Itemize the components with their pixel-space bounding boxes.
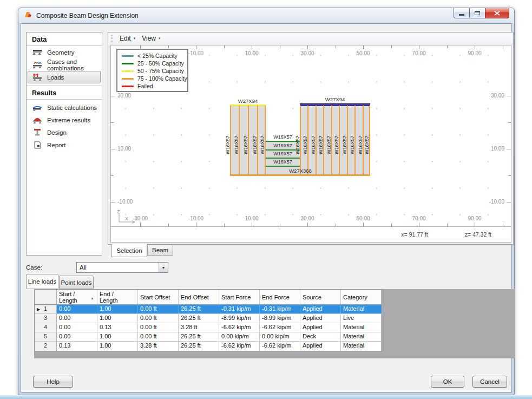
column-header-end-offset[interactable]: End Offset [179,290,219,304]
column-header-source[interactable]: Source [300,290,341,304]
table-cell[interactable]: Applied [300,342,341,351]
table-cell[interactable]: 0.00 [57,314,97,323]
sidebar-item-static-calculations[interactable]: Static calculations [28,101,101,114]
column-header-category[interactable]: Category [341,290,382,304]
table-cell[interactable]: 26.25 ft [179,342,219,351]
table-cell[interactable]: -8.99 kip/m [260,314,300,323]
axis-tick [507,202,511,202]
maximize-button[interactable] [469,8,485,18]
case-dropdown-value: All [77,264,159,271]
axis-tick [280,45,280,48]
beam-w16x57[interactable] [266,166,300,167]
table-cell[interactable]: 0.00 [57,323,97,332]
client-area: Data Geometry Cases and combinations Loa… [21,23,512,393]
sidebar-item-extreme-results[interactable]: Extreme results [28,114,101,126]
table-cell[interactable]: -6.62 kip/m [219,323,260,332]
row-header[interactable]: 3 [35,314,57,323]
table-cell[interactable]: 26.25 ft [179,314,219,323]
row-header[interactable]: 2 [35,342,57,351]
girder-w27x94-right[interactable] [300,103,370,106]
row-header[interactable]: ▶1 [35,305,57,313]
table-row[interactable]: 3 0.00 1.00 0.00 ft 26.25 ft -8.99 kip/m… [35,314,382,323]
dropdown-button[interactable]: ▼ [159,263,168,272]
table-cell[interactable]: 1.00 [97,342,138,351]
titlebar[interactable]: Composite Beam Design Extension [18,8,514,23]
menu-edit-label: Edit [120,35,131,42]
sidebar-item-geometry[interactable]: Geometry [28,46,101,58]
menubar-grip [111,35,113,42]
table-cell[interactable]: 1.00 [97,314,138,323]
table-cell[interactable]: 0.00 [57,332,97,341]
table-cell[interactable]: -6.62 kip/m [260,342,300,351]
table-cell[interactable]: -6.62 kip/m [260,323,300,332]
table-cell[interactable]: 0.13 [57,342,97,351]
table-cell[interactable]: Material [341,342,382,351]
table-cell[interactable]: -8.99 kip/m [219,314,260,323]
case-dropdown[interactable]: All ▼ [76,262,168,273]
minimize-button[interactable] [454,8,469,18]
table-cell[interactable]: 0.00 ft [138,332,179,341]
row-header[interactable]: 5 [35,332,57,341]
table-cell[interactable]: -6.62 kip/m [219,342,260,351]
table-cell[interactable]: Material [341,332,382,341]
menu-edit[interactable]: Edit▾ [116,34,139,43]
tab-beam[interactable]: Beam [147,245,173,256]
table-cell[interactable]: Applied [300,305,341,313]
table-cell[interactable]: Deck [300,332,341,341]
table-cell[interactable]: 3.28 ft [138,342,179,351]
sidebar-item-report[interactable]: Report [28,139,101,151]
sidebar-item-loads[interactable]: Loads [28,71,101,83]
table-corner-cell[interactable] [35,290,57,304]
table-row[interactable]: 4 0.00 0.13 0.00 ft 3.28 ft -6.62 kip/m … [35,323,382,332]
table-cell[interactable]: 0.00 ft [138,323,179,332]
table-cell[interactable]: Material [341,305,382,313]
plot-canvas[interactable]: -30.00 -10.00 10.00 30.00 50.00 70.00 90… [110,45,511,227]
table-row[interactable]: ▶1 0.00 1.00 0.00 ft 26.25 ft -0.31 kip/… [35,305,382,314]
sidebar-item-design[interactable]: Design [28,126,101,139]
table-cell[interactable]: 26.25 ft [179,332,219,341]
table-cell[interactable]: Applied [300,314,341,323]
menu-view[interactable]: View▾ [139,34,163,43]
close-button[interactable] [485,8,509,18]
table-cell[interactable]: 3.28 ft [179,323,219,332]
table-cell[interactable]: 26.25 ft [179,305,219,313]
table-cell[interactable]: 0.00 [57,305,97,313]
plot-panel: Edit▾ View▾ -30.00 -10.00 [108,32,514,245]
cancel-button[interactable]: Cancel [472,376,507,388]
row-header[interactable]: 4 [35,323,57,332]
geometry-icon [32,48,43,56]
axis-tick [280,224,280,226]
loads-icon [32,73,43,81]
beam-w16x57[interactable] [266,158,300,159]
column-header-start-length[interactable]: Start / Length▲ [57,290,97,304]
table-cell[interactable]: 0.00 kip/m [260,332,300,341]
column-header-start-force[interactable]: Start Force [219,290,260,304]
table-cell[interactable]: 0.00 kip/m [219,332,260,341]
table-cell[interactable]: Live [341,314,382,323]
ok-button[interactable]: OK [431,376,464,388]
tab-selection[interactable]: Selection [111,244,147,257]
table-row[interactable]: 2 0.13 1.00 3.28 ft 26.25 ft -6.62 kip/m… [35,342,382,351]
tab-line-loads[interactable]: Line loads [26,274,58,289]
table-cell[interactable]: 1.00 [97,332,138,341]
table-cell[interactable]: 0.00 ft [138,314,179,323]
report-icon [32,141,43,149]
table-cell[interactable]: -0.31 kip/m [219,305,260,313]
table-cell[interactable]: Applied [300,323,341,332]
help-button[interactable]: Help [33,376,73,388]
sidebar-section-results: Results [27,86,102,99]
sidebar-item-cases-and-combinations[interactable]: Cases and combinations [28,58,101,71]
table-cell[interactable]: 0.00 ft [138,305,179,313]
beam-label: W16X57 [364,127,370,154]
column-header-start-offset[interactable]: Start Offset [138,290,179,304]
table-row[interactable]: 5 0.00 1.00 0.00 ft 26.25 ft 0.00 kip/m … [35,332,382,342]
column-header-end-length[interactable]: End / Length [97,290,138,304]
legend-label: < 25% Capacity [137,53,178,59]
table-cell[interactable]: 1.00 [97,305,138,313]
column-header-end-force[interactable]: End Force [260,290,300,304]
table-cell[interactable]: 0.13 [97,323,138,332]
table-cell[interactable]: -0.31 kip/m [260,305,300,313]
y-axis-label: -10.00 [482,199,504,205]
table-cell[interactable]: Material [341,323,382,332]
tab-point-loads[interactable]: Point loads [59,276,94,289]
